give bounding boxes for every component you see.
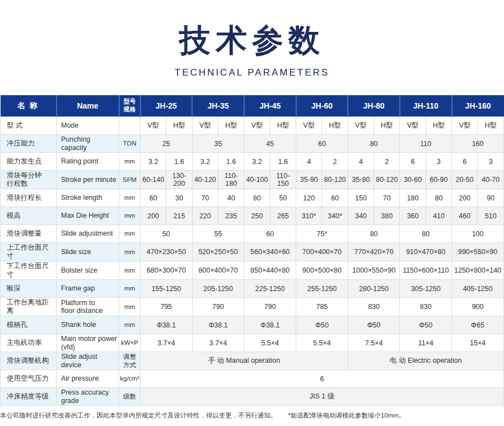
value-cell-14-0: 6 — [141, 370, 504, 388]
param-label-en: Max Die Height — [57, 207, 119, 225]
param-label-cn: 喉深 — [1, 280, 57, 298]
column-header-name-en: Name — [57, 95, 119, 117]
value-cell-10-4: 830 — [348, 298, 400, 316]
param-row-14: 使用空气压力Air pressurekg/cm²6 — [1, 370, 504, 388]
value-cell-6-5: 80 — [400, 225, 452, 243]
value-cell-3-13: 40-70 — [478, 171, 504, 189]
value-cell-2-6: 4 — [296, 153, 322, 171]
column-header-jh-110: JH-110 — [400, 95, 452, 117]
param-row-1: 冲压能力Punching capacityTON2535456080110160 — [1, 135, 504, 153]
value-cell-0-3: H型 — [218, 117, 244, 135]
value-cell-5-1: 215 — [166, 207, 192, 225]
param-unit: kg/cm² — [119, 370, 141, 388]
value-cell-8-4: 1000×550×90 — [348, 261, 400, 280]
value-cell-11-2: Φ38.1 — [244, 316, 296, 334]
column-header-jh-35: JH-35 — [192, 95, 244, 117]
value-cell-4-7: 60 — [322, 189, 348, 207]
param-unit: 调整 方式 — [119, 352, 141, 370]
value-cell-2-2: 3.2 — [192, 153, 218, 171]
value-cell-9-5: 305-1250 — [400, 280, 452, 298]
value-cell-3-12: 20-50 — [452, 171, 478, 189]
param-unit: mm — [119, 316, 141, 334]
column-header-jh-60: JH-60 — [296, 95, 348, 117]
value-cell-15-0: JIS 1 级 — [141, 388, 504, 406]
value-cell-1-4: 80 — [348, 135, 400, 153]
value-cell-0-6: V型 — [296, 117, 322, 135]
param-unit: 级数 — [119, 388, 141, 406]
param-label-en: Bolster size — [57, 261, 119, 280]
value-cell-4-13: 90 — [478, 189, 504, 207]
value-cell-4-8: 150 — [348, 189, 374, 207]
value-cell-0-2: V型 — [192, 117, 218, 135]
value-cell-2-5: 1.6 — [270, 153, 296, 171]
value-cell-2-0: 3.2 — [141, 153, 166, 171]
param-label-en: Platform to floor distance — [57, 298, 119, 316]
value-cell-4-12: 200 — [452, 189, 478, 207]
value-cell-0-0: V型 — [141, 117, 166, 135]
value-cell-11-0: Φ38.1 — [141, 316, 193, 334]
value-cell-10-2: 790 — [244, 298, 296, 316]
value-cell-4-0: 60 — [141, 189, 166, 207]
value-cell-5-0: 200 — [141, 207, 166, 225]
value-cell-12-5: 11×4 — [400, 334, 452, 352]
column-header-name-cn: 名 称 — [1, 95, 57, 117]
value-cell-9-2: 225-1250 — [244, 280, 296, 298]
footnote-disclaimer: 本公司随时进行研究改善的工作，因此本型录内所规定尺寸及设计特性，得以变更，不另行… — [0, 411, 277, 420]
value-cell-2-12: 6 — [452, 153, 478, 171]
param-label-cn: 模柄孔 — [1, 316, 57, 334]
value-cell-5-4: 250 — [244, 207, 270, 225]
value-cell-8-2: 850×440×80 — [244, 261, 296, 280]
value-cell-4-6: 120 — [296, 189, 322, 207]
value-cell-5-7: 340* — [322, 207, 348, 225]
column-header-jh-160: JH-160 — [452, 95, 504, 117]
param-label-cn: 上工作台面尺寸 — [1, 243, 57, 261]
param-row-9: 喉深Frame gapmm155-1250205-1250225-1250255… — [1, 280, 504, 298]
value-cell-5-12: 460 — [452, 207, 478, 225]
value-cell-12-3: 5.5×4 — [296, 334, 348, 352]
value-cell-4-1: 30 — [166, 189, 192, 207]
value-cell-3-8: 35-80 — [348, 171, 374, 189]
param-row-12: 主电机功率Main motor power (vfd)kW×P3.7×43.7×… — [1, 334, 504, 352]
spec-table-header: 名 称Name型号 规格JH-25JH-35JH-45JH-60JH-80JH-… — [1, 95, 504, 117]
param-unit: kW×P — [119, 334, 141, 352]
param-unit: mm — [119, 189, 141, 207]
value-cell-3-7: 80-120 — [322, 171, 348, 189]
value-cell-12-6: 15×4 — [452, 334, 504, 352]
value-cell-3-1: 130-200 — [166, 171, 192, 189]
param-row-2: 能力发生点Rating pointmm3.21.63.21.63.21.6424… — [1, 153, 504, 171]
param-label-en: Shank hole — [57, 316, 119, 334]
value-cell-13-1: 电 动 Electric operation — [348, 352, 503, 370]
param-label-en: Stroke per minute — [57, 171, 119, 189]
value-cell-8-3: 900×500×80 — [296, 261, 348, 280]
technical-parameters-page: 技术参数 TECHNICAL PARAMETERS 名 称Name型号 规格JH… — [0, 0, 504, 420]
param-unit: mm — [119, 153, 141, 171]
value-cell-5-10: 360 — [400, 207, 426, 225]
value-cell-4-4: 80 — [244, 189, 270, 207]
value-cell-3-6: 35-90 — [296, 171, 322, 189]
param-row-5: 模高Max Die Heightmm200215220235250265310*… — [1, 207, 504, 225]
param-unit: mm — [119, 261, 141, 280]
param-row-6: 滑块调整量Slide adjustmentmm50556075*8080100 — [1, 225, 504, 243]
footnote-asterisk-note: *如选配滑块电动调模此参数缩小10mm。 — [288, 411, 405, 420]
value-cell-3-11: 60-90 — [426, 171, 451, 189]
param-row-3: 滑块每分钟 行程数Stroke per minuteSPM60-140130-2… — [1, 171, 504, 189]
value-cell-5-5: 265 — [270, 207, 296, 225]
value-cell-1-2: 45 — [244, 135, 296, 153]
param-label-en: Frame gap — [57, 280, 119, 298]
value-cell-1-0: 25 — [141, 135, 193, 153]
value-cell-3-2: 40-120 — [192, 171, 218, 189]
value-cell-1-1: 35 — [192, 135, 244, 153]
value-cell-2-10: 6 — [400, 153, 426, 171]
value-cell-3-4: 40-100 — [244, 171, 270, 189]
value-cell-11-5: Φ50 — [400, 316, 452, 334]
page-title: 技术参数 — [0, 25, 504, 56]
value-cell-3-3: 110-180 — [218, 171, 244, 189]
param-label-cn: 冲压能力 — [1, 135, 57, 153]
value-cell-2-7: 2 — [322, 153, 348, 171]
param-unit: mm — [119, 207, 141, 225]
value-cell-10-6: 900 — [452, 298, 504, 316]
param-label-cn: 模高 — [1, 207, 57, 225]
value-cell-7-3: 700×400×70 — [296, 243, 348, 261]
column-header-jh-25: JH-25 — [141, 95, 193, 117]
value-cell-2-11: 3 — [426, 153, 451, 171]
